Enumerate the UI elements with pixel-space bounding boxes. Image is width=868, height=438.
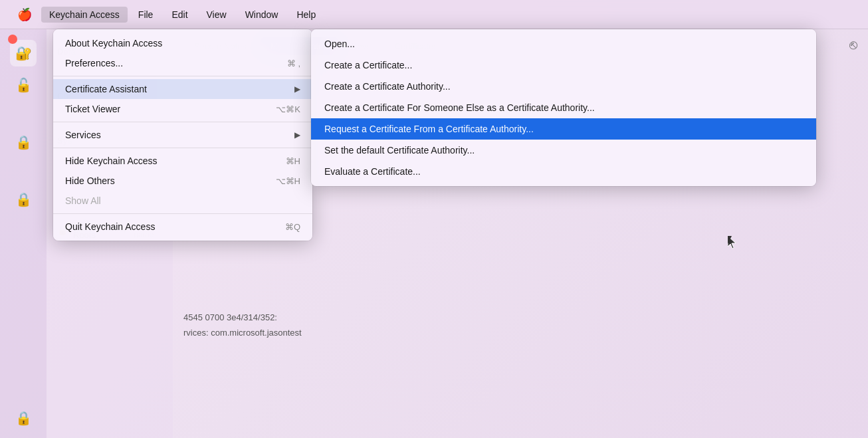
menu-item-hide-keychain-shortcut: ⌘H <box>286 156 300 166</box>
menu-item-hide-keychain-label: Hide Keychain Access <box>65 156 158 166</box>
submenu-item-create-cert-someone-else[interactable]: Create a Certificate For Someone Else as… <box>311 97 816 118</box>
menubar-keychain-access[interactable]: Keychain Access <box>41 7 128 23</box>
menu-separator-2 <box>53 122 312 122</box>
menu-item-hide-others-label: Hide Others <box>65 175 115 186</box>
menu-item-quit-shortcut: ⌘Q <box>285 222 300 232</box>
submenu-item-set-default-authority-label: Set the default Certificate Authority... <box>324 145 475 156</box>
sidebar-icon-lock-3[interactable]: 🔒 <box>10 186 37 213</box>
menubar-window[interactable]: Window <box>237 7 286 23</box>
close-button[interactable] <box>8 35 17 44</box>
menubar-file[interactable]: File <box>130 7 162 23</box>
menu-item-about[interactable]: About Keychain Access <box>53 33 312 53</box>
submenu-item-open-label: Open... <box>324 39 355 49</box>
submenu-item-evaluate-cert[interactable]: Evaluate a Certificate... <box>311 161 816 182</box>
sidebar: 🔐 🔓 🔒 🔒 🔒 <box>0 29 47 438</box>
menu-separator-1 <box>53 76 312 76</box>
menu-item-preferences-label: Preferences... <box>65 58 123 68</box>
menubar-view[interactable]: View <box>199 7 235 23</box>
share-icon[interactable]: ⎋ <box>849 37 857 53</box>
menu-item-quit[interactable]: Quit Keychain Access ⌘Q <box>53 217 312 237</box>
submenu-item-open[interactable]: Open... <box>311 33 816 55</box>
menu-separator-3 <box>53 148 312 148</box>
menubar-edit[interactable]: Edit <box>163 7 195 23</box>
submenu-item-request-cert[interactable]: Request a Certificate From a Certificate… <box>311 118 816 140</box>
submenu-item-create-cert-authority[interactable]: Create a Certificate Authority... <box>311 76 816 97</box>
primary-menu: About Keychain Access Preferences... ⌘ ,… <box>53 29 312 241</box>
submenu-item-create-cert-authority-label: Create a Certificate Authority... <box>324 81 451 92</box>
menu-item-hide-others[interactable]: Hide Others ⌥⌘H <box>53 171 312 191</box>
menu-separator-4 <box>53 213 312 214</box>
menu-item-preferences-shortcut: ⌘ , <box>287 58 300 68</box>
services-text: rvices: com.microsoft.jasontest <box>183 328 857 338</box>
sidebar-icon-lock-4[interactable]: 🔒 <box>10 405 37 431</box>
submenu-item-create-cert-someone-else-label: Create a Certificate For Someone Else as… <box>324 102 595 113</box>
sidebar-icon-lock-open[interactable]: 🔓 <box>10 72 37 98</box>
menu-item-services-label: Services <box>65 130 101 140</box>
menubar-help[interactable]: Help <box>288 7 324 23</box>
menu-item-show-all: Show All <box>53 191 312 211</box>
menu-item-certificate-assistant-arrow: ▶ <box>294 84 300 94</box>
menu-item-certificate-assistant[interactable]: Certificate Assistant ▶ <box>53 79 312 99</box>
menu-item-services[interactable]: Services ▶ <box>53 125 312 145</box>
submenu-item-create-cert[interactable]: Create a Certificate... <box>311 55 816 76</box>
menu-item-preferences[interactable]: Preferences... ⌘ , <box>53 53 312 73</box>
submenu-certificate-assistant: Open... Create a Certificate... Create a… <box>311 29 816 186</box>
address-text: 4545 0700 3e4/314/352: <box>183 312 857 322</box>
submenu-item-evaluate-cert-label: Evaluate a Certificate... <box>324 166 421 177</box>
apple-menu-icon[interactable]: 🍎 <box>11 5 39 25</box>
menu-item-ticket-viewer-shortcut: ⌥⌘K <box>276 104 300 114</box>
menu-item-services-arrow: ▶ <box>294 130 300 140</box>
menubar: 🍎 Keychain Access File Edit View Window … <box>0 0 868 29</box>
menu-item-ticket-viewer[interactable]: Ticket Viewer ⌥⌘K <box>53 99 312 119</box>
menu-item-hide-others-shortcut: ⌥⌘H <box>276 176 300 186</box>
submenu-item-request-cert-label: Request a Certificate From a Certificate… <box>324 124 534 134</box>
menu-item-show-all-label: Show All <box>65 195 101 206</box>
submenu-item-create-cert-label: Create a Certificate... <box>324 60 412 70</box>
sidebar-icon-lock-2[interactable]: 🔒 <box>10 129 37 156</box>
menu-item-hide-keychain[interactable]: Hide Keychain Access ⌘H <box>53 151 312 171</box>
submenu-item-set-default-authority[interactable]: Set the default Certificate Authority... <box>311 140 816 161</box>
menu-item-quit-label: Quit Keychain Access <box>65 221 155 232</box>
menu-item-certificate-assistant-label: Certificate Assistant <box>65 84 147 94</box>
menu-item-about-label: About Keychain Access <box>65 38 162 49</box>
traffic-lights <box>8 35 17 44</box>
menu-item-ticket-viewer-label: Ticket Viewer <box>65 104 120 114</box>
sidebar-icon-lock-locked[interactable]: 🔐 <box>10 40 37 66</box>
